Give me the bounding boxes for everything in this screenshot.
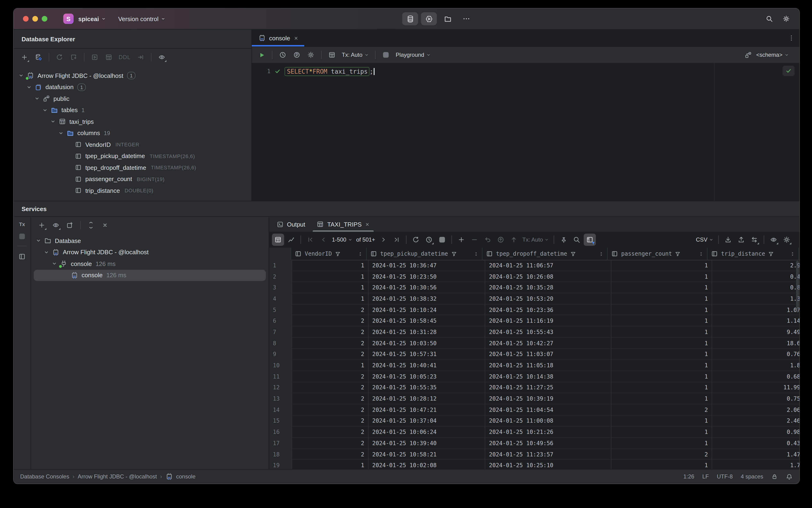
cell-vendorid[interactable]: 2 <box>292 382 368 393</box>
cell-vendorid[interactable]: 1 <box>292 293 368 304</box>
cell-tpep_pickup_datetime[interactable]: 2024-01-25 10:40:41 <box>368 360 485 371</box>
cell-tpep_pickup_datetime[interactable]: 2024-01-25 10:28:12 <box>368 393 485 404</box>
cell-vendorid[interactable]: 2 <box>292 304 368 315</box>
add-row-button[interactable] <box>455 234 467 246</box>
cell-passenger_count[interactable]: 2 <box>611 404 712 415</box>
jump-to-console-button[interactable] <box>67 51 80 63</box>
open-table-button[interactable] <box>103 51 115 63</box>
project-selector[interactable]: spiceai <box>78 15 106 22</box>
cell-trip_distance[interactable]: 0.4 <box>712 271 799 282</box>
auto-refresh-button[interactable] <box>423 234 435 246</box>
settings-gear-icon[interactable] <box>782 15 790 23</box>
column-header-vendorid[interactable]: VendorID <box>291 248 367 260</box>
cell-passenger_count[interactable]: 1 <box>611 327 712 338</box>
show-options-button[interactable] <box>50 219 62 231</box>
cell-vendorid[interactable]: 2 <box>292 315 368 327</box>
row-number[interactable]: 1 <box>269 260 292 271</box>
revert-button[interactable] <box>482 234 494 246</box>
tree-item-public[interactable]: public <box>13 93 251 104</box>
sql-statement[interactable]: SELECT*FROM taxi_trips <box>284 67 369 76</box>
cell-tpep_pickup_datetime[interactable]: 2024-01-25 10:39:40 <box>368 438 485 449</box>
column-header-trip_distance[interactable]: trip_distance <box>708 248 799 260</box>
cell-passenger_count[interactable]: 1 <box>611 415 712 426</box>
cell-tpep_pickup_datetime[interactable]: 2024-01-25 10:57:31 <box>368 349 485 360</box>
cell-trip_distance[interactable]: 2.9 <box>712 260 799 271</box>
cell-tpep_dropoff_datetime[interactable]: 2024-01-25 10:26:08 <box>485 271 611 282</box>
cell-trip_distance[interactable]: 0.98 <box>712 427 799 438</box>
previous-page-button[interactable] <box>317 234 329 246</box>
cell-trip_distance[interactable]: 1.14 <box>712 315 799 327</box>
row-number[interactable]: 3 <box>269 282 292 293</box>
cell-trip_distance[interactable]: 2.06 <box>712 404 799 415</box>
stop-icon[interactable] <box>19 234 25 239</box>
cell-tpep_pickup_datetime[interactable]: 2024-01-25 10:47:21 <box>368 404 485 415</box>
next-page-button[interactable] <box>377 234 390 246</box>
caret-position[interactable]: 1:26 <box>683 473 694 480</box>
stop-refresh-button[interactable] <box>436 234 448 246</box>
cell-tpep_dropoff_datetime[interactable]: 2024-01-25 10:14:38 <box>485 371 611 382</box>
column-header-passenger_count[interactable]: passenger_count <box>607 248 708 260</box>
version-control-menu[interactable]: Version control <box>118 15 166 22</box>
cell-tpep_dropoff_datetime[interactable]: 2024-01-25 10:55:43 <box>485 327 611 338</box>
tree-item-arrow-flight-jdbc-localhost[interactable]: Arrow Flight JDBC - @localhost <box>31 247 269 258</box>
reload-page-button[interactable] <box>410 234 422 246</box>
zoom-button[interactable] <box>42 16 47 22</box>
tree-item-vendorid[interactable]: VendorIDINTEGER <box>13 139 251 150</box>
row-number[interactable]: 2 <box>269 271 292 282</box>
page-size-dropdown[interactable]: 1-500 <box>330 237 354 243</box>
cell-tpep_pickup_datetime[interactable]: 2024-01-25 10:38:32 <box>368 293 485 304</box>
funnel-icon[interactable] <box>451 251 457 257</box>
indent-setting[interactable]: 4 spaces <box>741 473 763 480</box>
cell-trip_distance[interactable]: 0.43 <box>712 438 799 449</box>
cell-vendorid[interactable]: 2 <box>292 404 368 415</box>
view-options-button[interactable] <box>767 234 780 246</box>
tree-item-console[interactable]: console126 ms <box>31 258 269 269</box>
cell-tpep_dropoff_datetime[interactable]: 2024-01-25 10:39:19 <box>485 393 611 404</box>
chevron-down-icon[interactable] <box>57 129 65 137</box>
find-button[interactable] <box>571 234 583 246</box>
row-number[interactable]: 15 <box>269 415 292 426</box>
inspection-status-widget[interactable] <box>782 66 795 76</box>
funnel-icon[interactable] <box>570 251 576 257</box>
row-number[interactable]: 11 <box>269 371 292 382</box>
cell-passenger_count[interactable]: 2 <box>611 449 712 460</box>
chevron-down-icon[interactable] <box>17 72 25 80</box>
export-format-dropdown[interactable]: CSV <box>694 237 715 243</box>
chevron-down-icon[interactable] <box>35 237 42 245</box>
cell-tpep_dropoff_datetime[interactable]: 2024-01-25 11:05:18 <box>485 360 611 371</box>
cell-tpep_pickup_datetime[interactable]: 2024-01-25 10:55:35 <box>368 382 485 393</box>
history-button[interactable] <box>277 49 289 61</box>
cell-tpep_dropoff_datetime[interactable]: 2024-01-25 10:23:36 <box>485 304 611 315</box>
cell-vendorid[interactable]: 2 <box>292 427 368 438</box>
database-tool-button[interactable] <box>402 12 418 25</box>
code-editor[interactable]: 1 SELECT*FROM taxi_trips; <box>252 63 799 201</box>
chevron-down-icon[interactable] <box>33 95 41 102</box>
row-number[interactable]: 10 <box>269 360 292 371</box>
cell-passenger_count[interactable]: 1 <box>611 304 712 315</box>
cell-vendorid[interactable]: 2 <box>292 393 368 404</box>
cell-tpep_pickup_datetime[interactable]: 2024-01-25 10:03:50 <box>368 338 485 349</box>
schema-selector[interactable]: <schema> <box>754 52 791 58</box>
cell-vendorid[interactable]: 1 <box>292 460 368 469</box>
tab-console[interactable]: console <box>252 30 304 46</box>
cell-tpep_pickup_datetime[interactable]: 2024-01-25 10:58:21 <box>368 449 485 460</box>
column-header-tpep_dropoff_datetime[interactable]: tpep_dropoff_datetime <box>483 248 607 260</box>
row-number[interactable]: 19 <box>269 460 292 469</box>
parameters-button[interactable] <box>291 49 303 61</box>
cell-vendorid[interactable]: 1 <box>292 260 368 271</box>
chevron-down-icon[interactable] <box>25 84 33 91</box>
cell-tpep_dropoff_datetime[interactable]: 2024-01-25 11:27:25 <box>485 382 611 393</box>
file-encoding[interactable]: UTF-8 <box>717 473 733 480</box>
import-export-button[interactable] <box>748 234 760 246</box>
cell-tpep_pickup_datetime[interactable]: 2024-01-25 10:23:50 <box>368 271 485 282</box>
cell-vendorid[interactable]: 2 <box>292 449 368 460</box>
cell-trip_distance[interactable]: 0.8 <box>712 282 799 293</box>
session-settings-button[interactable] <box>305 49 317 61</box>
row-number[interactable]: 7 <box>269 327 292 338</box>
cell-tpep_dropoff_datetime[interactable]: 2024-01-25 11:16:19 <box>485 315 611 327</box>
upload-button[interactable] <box>735 234 747 246</box>
cell-tpep_pickup_datetime[interactable]: 2024-01-25 10:30:56 <box>368 282 485 293</box>
cell-trip_distance[interactable]: 0.75 <box>712 393 799 404</box>
tree-item-arrow-flight-jdbc-localhost[interactable]: Arrow Flight JDBC - @localhost1 <box>13 70 251 81</box>
cell-passenger_count[interactable]: 1 <box>611 460 712 469</box>
